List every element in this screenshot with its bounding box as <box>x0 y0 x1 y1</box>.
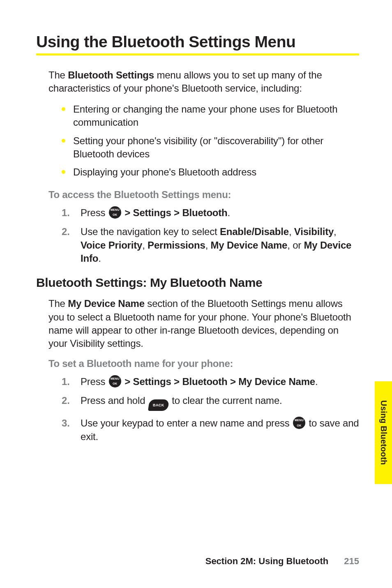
side-tab-label: Using Bluetooth <box>379 400 388 465</box>
bullet-item: Entering or changing the name your phone… <box>62 103 359 129</box>
step-text: Press and hold <box>81 395 148 406</box>
step-bold: My Device Name <box>211 240 288 251</box>
step-text: , <box>289 226 294 237</box>
side-tab: Using Bluetooth <box>375 381 392 484</box>
steps-access: 1. Press > Settings > Bluetooth. 2. Use … <box>62 206 359 265</box>
page-number: 215 <box>344 556 359 566</box>
footer-section: Section 2M: Using Bluetooth <box>205 556 328 566</box>
menu-ok-icon <box>109 206 121 219</box>
step-text: , <box>334 226 336 237</box>
step-number: 2. <box>62 394 70 407</box>
step-text: , <box>205 240 211 251</box>
step-bold: Visibility <box>294 226 334 237</box>
step-number: 1. <box>62 375 70 388</box>
step-text: . <box>98 253 101 264</box>
intro-bold: Bluetooth Settings <box>68 69 154 81</box>
step-text: to clear the current name. <box>169 395 282 406</box>
step-text: . <box>228 207 230 218</box>
steps-set-name: 1. Press > Settings > Bluetooth > My Dev… <box>62 375 359 443</box>
menu-ok-icon <box>109 375 121 387</box>
step-number: 3. <box>62 417 70 430</box>
bullet-item: Setting your phone's visibility (or "dis… <box>62 134 359 161</box>
section-heading: Bluetooth Settings: My Bluetooth Name <box>36 276 359 290</box>
step-bold: > Settings > Bluetooth > My Device Name <box>122 376 315 387</box>
step-text: . <box>315 376 318 387</box>
page-footer: Section 2M: Using Bluetooth 215 <box>205 556 359 567</box>
step-text: , or <box>287 240 304 251</box>
bullet-item: Displaying your phone's Bluetooth addres… <box>62 166 359 179</box>
para-text: The <box>48 298 68 309</box>
feature-bullets: Entering or changing the name your phone… <box>62 103 359 179</box>
step-text: Press <box>81 376 108 387</box>
step-item: 2. Press and hold BACK to clear the curr… <box>62 394 359 411</box>
step-item: 1. Press > Settings > Bluetooth > My Dev… <box>62 375 359 388</box>
step-item: 1. Press > Settings > Bluetooth. <box>62 206 359 219</box>
step-text: Use your keypad to enter a new name and … <box>81 417 292 429</box>
step-bold: Enable/Disable <box>220 226 289 237</box>
step-item: 3. Use your keypad to enter a new name a… <box>62 417 359 443</box>
para-bold: My Device Name <box>68 298 145 309</box>
page-title: Using the Bluetooth Settings Menu <box>36 33 359 51</box>
step-number: 2. <box>62 225 70 238</box>
step-text: Use the navigation key to select <box>81 226 220 237</box>
section-paragraph: The My Device Name section of the Blueto… <box>48 297 359 350</box>
back-icon: BACK <box>148 399 169 411</box>
step-text: , <box>142 240 148 251</box>
menu-ok-icon <box>293 417 305 429</box>
intro-text: The <box>48 69 68 81</box>
back-icon-label: BACK <box>153 403 164 408</box>
step-number: 1. <box>62 206 70 219</box>
step-bold: Permissions <box>148 240 205 251</box>
step-bold: Voice Priority <box>81 240 142 251</box>
step-text: Press <box>81 207 108 218</box>
intro-paragraph: The Bluetooth Settings menu allows you t… <box>48 69 359 95</box>
step-item: 2. Use the navigation key to select Enab… <box>62 225 359 265</box>
step-bold: > Settings > Bluetooth <box>122 207 228 218</box>
subheading-set-name: To set a Bluetooth name for your phone: <box>48 358 359 369</box>
title-underline <box>36 53 359 55</box>
subheading-access: To access the Bluetooth Settings menu: <box>48 189 359 201</box>
